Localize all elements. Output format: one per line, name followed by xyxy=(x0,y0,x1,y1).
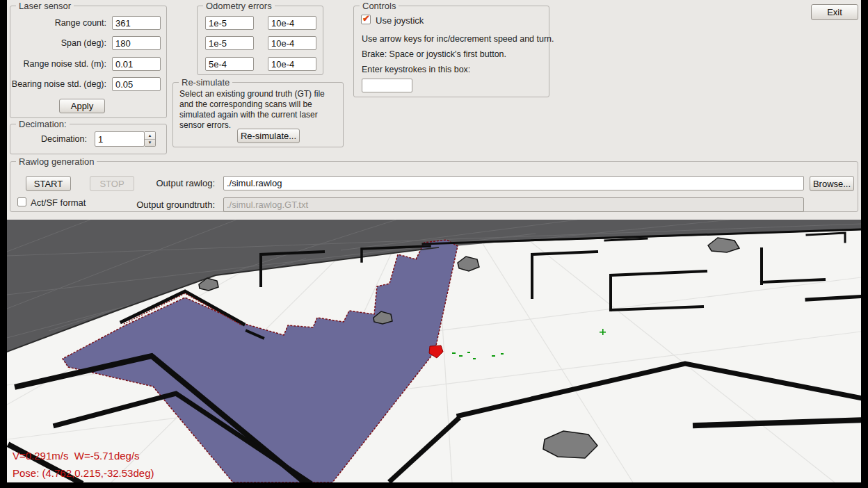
actsf-format-checkbox[interactable] xyxy=(17,197,26,206)
simulator-window: Laser sensor Range count: Span (deg): Ra… xyxy=(7,0,861,482)
hud-velocity: V=0.291m/s W=-5.71deg/s xyxy=(13,450,140,462)
decimation-spinner: ▲ ▼ xyxy=(95,131,156,147)
spin-down-icon[interactable]: ▼ xyxy=(145,140,155,147)
use-joystick-checkbox[interactable] xyxy=(361,15,371,24)
start-button[interactable]: START xyxy=(26,176,71,191)
output-rawlog-input[interactable] xyxy=(223,176,804,190)
controls-line2: Brake: Space or joystick's first button. xyxy=(362,49,506,59)
odometry-input-r3c1[interactable] xyxy=(205,57,254,71)
range-noise-label: Range noise std. (m): xyxy=(10,59,109,69)
range-count-input[interactable] xyxy=(112,16,161,30)
odometry-input-r2c2[interactable] xyxy=(268,36,316,50)
decimation-group: Decimation: Decimation: ▲ ▼ xyxy=(10,124,167,154)
decimation-label: Decimation: xyxy=(10,134,90,144)
browse-button[interactable]: Browse... xyxy=(810,176,854,191)
odometry-errors-group: Odometry errors xyxy=(197,6,323,75)
rawlog-generation-title: Rawlog generation xyxy=(16,156,97,167)
span-input[interactable] xyxy=(112,36,161,50)
output-groundtruth-label: Output groundtruth: xyxy=(129,200,218,210)
range-noise-input[interactable] xyxy=(112,57,161,71)
odometry-input-r1c1[interactable] xyxy=(205,16,254,30)
resimulate-button[interactable]: Re-simulate... xyxy=(237,129,300,143)
decimation-title: Decimation: xyxy=(16,119,70,129)
resimulate-description: Select an existing ground truth (GT) fil… xyxy=(179,89,339,131)
odometry-input-r2c1[interactable] xyxy=(205,36,254,50)
span-label: Span (deg): xyxy=(10,38,109,48)
rawlog-generation-group: Rawlog generation START STOP Output rawl… xyxy=(10,161,858,212)
keystroke-input[interactable] xyxy=(362,79,412,92)
spin-up-icon[interactable]: ▲ xyxy=(145,132,155,140)
scene-canvas xyxy=(7,220,861,482)
controls-line3: Enter keystrokes in this box: xyxy=(362,65,470,74)
bearing-noise-input[interactable] xyxy=(112,77,161,91)
laser-sensor-group: Laser sensor Range count: Span (deg): Ra… xyxy=(10,6,167,118)
odometry-input-r1c2[interactable] xyxy=(268,16,316,30)
controls-group: Controls Use joystick Use arrow keys for… xyxy=(353,6,549,97)
decimation-spin-buttons[interactable]: ▲ ▼ xyxy=(145,131,156,147)
simulation-3d-viewport[interactable]: V=0.291m/s W=-5.71deg/s Pose: (4.762,0.2… xyxy=(7,220,861,482)
stop-button[interactable]: STOP xyxy=(90,176,134,191)
odometry-errors-title: Odometry errors xyxy=(203,1,275,11)
resimulate-group: Re-simulate Select an existing ground tr… xyxy=(172,82,344,147)
output-groundtruth-input xyxy=(223,197,804,212)
actsf-format-label: Act/SF format xyxy=(31,197,86,208)
hud-pose: Pose: (4.762,0.215,-32.53deg) xyxy=(13,467,154,479)
exit-button[interactable]: Exit xyxy=(811,4,858,20)
use-joystick-label: Use joystick xyxy=(376,15,424,26)
odometry-input-r3c2[interactable] xyxy=(268,57,316,71)
laser-sensor-title: Laser sensor xyxy=(16,1,74,11)
resimulate-title: Re-simulate xyxy=(179,77,232,88)
output-rawlog-label: Output rawlog: xyxy=(129,178,218,188)
controls-line1: Use arrow keys for inc/decrement speed a… xyxy=(362,34,554,44)
decimation-input[interactable] xyxy=(95,131,145,147)
bearing-noise-label: Bearing noise std. (deg): xyxy=(10,79,109,89)
controls-title: Controls xyxy=(360,1,399,11)
apply-button[interactable]: Apply xyxy=(59,99,105,113)
range-count-label: Range count: xyxy=(10,18,109,28)
